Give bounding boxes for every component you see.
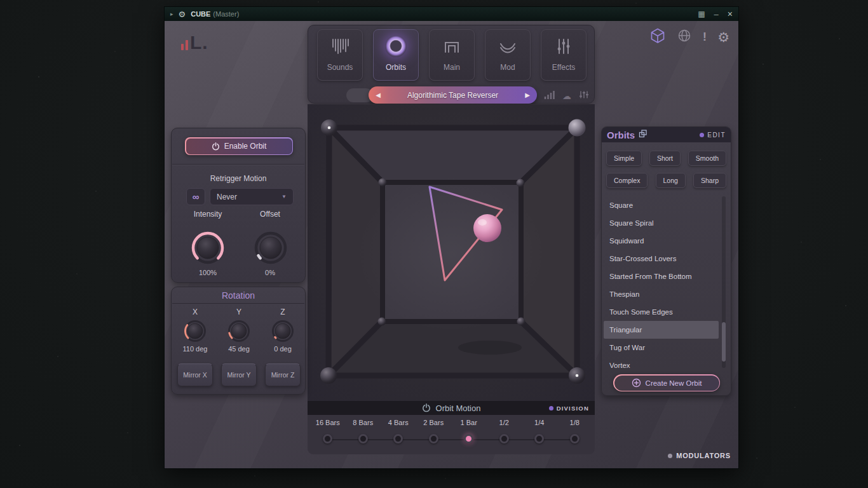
division-radio[interactable] [393, 434, 403, 444]
orbits-panel-title: Orbits [607, 130, 635, 140]
division-8-bars[interactable]: 8 Bars [346, 415, 381, 454]
mirror-x-button[interactable]: Mirror X [177, 363, 213, 386]
levels-icon[interactable] [543, 90, 555, 102]
mixer-icon[interactable] [579, 90, 589, 102]
create-new-orbit-button[interactable]: Create New Orbit [614, 376, 719, 391]
enable-orbit-button[interactable]: Enable Orbit [186, 139, 292, 154]
orbit-list-item[interactable]: Square [604, 196, 719, 214]
rotation-x-label: X [193, 308, 198, 316]
division-label[interactable]: DIVISION [557, 405, 589, 412]
division-radio[interactable] [570, 434, 580, 444]
tab-sounds[interactable]: Sounds [317, 29, 363, 81]
tab-effects[interactable]: Effects [541, 29, 587, 81]
orbit-list-item[interactable]: Star-Crossed Lovers [604, 250, 719, 268]
orbit-list-item[interactable]: Started From The Bottom [604, 268, 719, 285]
alert-icon[interactable]: ! [703, 30, 707, 44]
plugin-menu-gear-icon[interactable]: ⚙ [179, 10, 186, 18]
division-radio[interactable] [534, 434, 544, 444]
division-1-8[interactable]: 1/8 [557, 415, 593, 454]
preset-next-arrow-icon[interactable]: ▶ [518, 92, 537, 98]
tab-main[interactable]: Main [429, 29, 475, 81]
division-4-bars[interactable]: 4 Bars [381, 415, 416, 454]
preset-prev-arrow-icon[interactable]: ◀ [369, 92, 388, 98]
window-expand-icon[interactable]: ▸ [170, 11, 173, 17]
division-1-2[interactable]: 1/2 [487, 415, 522, 454]
cube-3d-icon[interactable] [649, 27, 666, 46]
tab-label: Mod [500, 63, 515, 72]
rotation-x-knob[interactable] [183, 319, 207, 343]
edit-indicator-dot [700, 133, 704, 137]
tab-mod[interactable]: Mod [485, 29, 531, 81]
division-radio[interactable] [499, 434, 509, 444]
detach-grid-icon[interactable]: ▦ [698, 10, 705, 18]
infinity-icon: ∞ [193, 191, 200, 202]
division-1-bar[interactable]: 1 Bar [451, 415, 487, 454]
cloud-icon[interactable]: ☁ [562, 92, 571, 100]
filter-short[interactable]: Short [649, 151, 681, 166]
offset-value: 0% [243, 269, 297, 276]
offset-label: Offset [243, 210, 297, 219]
division-radio-selected[interactable] [464, 434, 473, 444]
ball-floor-shadow [458, 341, 522, 355]
preset-name[interactable]: Algorithimic Tape Reverser [388, 91, 518, 100]
plugin-window: ▸ ⚙ CUBE (Master) ▦ – × L. [164, 6, 739, 469]
layers-icon[interactable] [639, 129, 648, 140]
rotation-title: Rotation [172, 290, 305, 301]
filter-complex[interactable]: Complex [606, 173, 648, 188]
filter-sharp[interactable]: Sharp [693, 173, 726, 188]
close-button[interactable]: × [728, 9, 733, 19]
modulators-toggle[interactable]: MODULATORS [668, 452, 731, 459]
division-option-label: 1 Bar [461, 419, 477, 426]
modulators-indicator-dot [668, 454, 672, 458]
orbit-list-item[interactable]: Touch Some Edges [604, 303, 719, 321]
edit-button[interactable]: EDIT [707, 132, 726, 139]
list-scrollbar-thumb[interactable] [722, 322, 726, 362]
division-2-bars[interactable]: 2 Bars [416, 415, 452, 454]
rotation-z-knob[interactable] [271, 319, 295, 343]
filter-smooth[interactable]: Smooth [688, 151, 726, 166]
retrigger-dropdown[interactable]: Never ▼ [210, 188, 294, 205]
orbit-ball[interactable] [473, 214, 501, 242]
infinity-loop-button[interactable]: ∞ [186, 188, 205, 205]
division-option-label: 8 Bars [353, 419, 373, 426]
orbit-list-item[interactable]: Tug of War [604, 339, 719, 356]
effects-icon [553, 30, 574, 63]
tab-orbits[interactable]: Orbits [373, 29, 419, 81]
intensity-knob[interactable] [190, 230, 226, 266]
plugin-body: L. ! ⚙ Sounds [165, 21, 738, 468]
division-option-label: 2 Bars [423, 419, 444, 426]
divider [172, 303, 304, 304]
enable-orbit-button-frame: Enable Orbit [185, 137, 293, 155]
filter-long[interactable]: Long [656, 173, 686, 188]
filter-simple[interactable]: Simple [606, 151, 642, 166]
power-icon[interactable] [422, 403, 431, 412]
window-titlebar[interactable]: ▸ ⚙ CUBE (Master) ▦ – × [165, 7, 738, 21]
cube-corner-node [569, 119, 586, 137]
cube-visualization [308, 104, 595, 401]
division-1-4[interactable]: 1/4 [522, 415, 557, 454]
cube-corner-node [320, 367, 337, 384]
preset-selector[interactable]: ◀ Algorithimic Tape Reverser ▶ [369, 86, 537, 104]
minimize-button[interactable]: – [714, 10, 719, 19]
tab-label: Orbits [386, 63, 406, 72]
orbit-list-item[interactable]: Squidward [604, 232, 719, 250]
globe-icon[interactable] [677, 28, 692, 46]
orbit-list-item[interactable]: Vortex [604, 356, 719, 368]
main-nav-panel: Sounds Orbits Main Mod [308, 25, 595, 104]
mirror-y-button[interactable]: Mirror Y [221, 363, 257, 386]
orbit-list-item-selected[interactable]: Triangular [604, 321, 719, 339]
window-title: CUBE [191, 10, 210, 18]
offset-knob[interactable] [253, 230, 288, 266]
orbits-panel-header: Orbits EDIT [602, 127, 731, 142]
rotation-y-knob[interactable] [227, 319, 251, 343]
orbit-list-item[interactable]: Thespian [604, 285, 719, 303]
division-radio[interactable] [358, 434, 368, 444]
division-radio[interactable] [323, 434, 332, 444]
orbit-3d-view[interactable] [308, 104, 595, 401]
mirror-z-button[interactable]: Mirror Z [265, 363, 301, 386]
division-16-bars[interactable]: 16 Bars [310, 415, 346, 454]
orbit-list-item[interactable]: Square Spiral [604, 214, 719, 232]
settings-gear-icon[interactable]: ⚙ [717, 30, 729, 44]
preset-utility-icons: ☁ [543, 90, 589, 102]
division-radio[interactable] [429, 434, 438, 444]
